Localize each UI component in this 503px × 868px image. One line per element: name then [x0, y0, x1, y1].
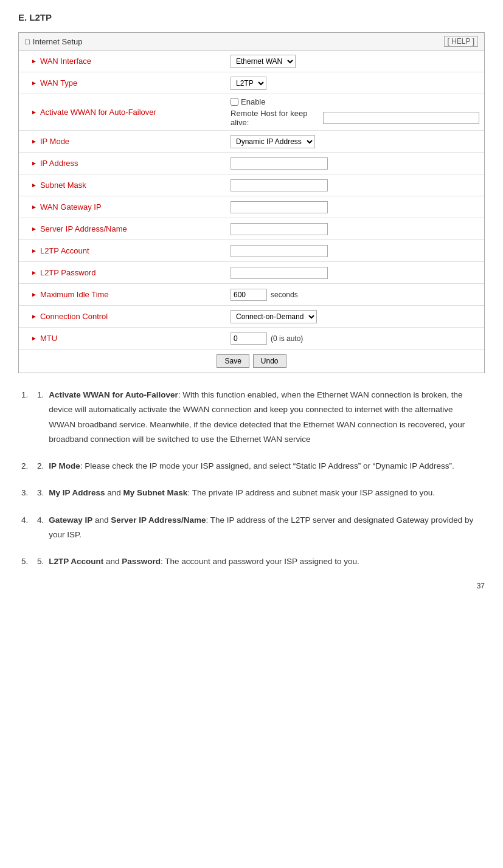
mtu-input[interactable] — [231, 332, 267, 345]
subnet-mask-control — [226, 176, 484, 195]
connection-control-label: ► Connection Control — [19, 308, 226, 325]
wan-interface-control: Ethernet WAN — [226, 52, 484, 71]
desc-item-4-content: Gateway IP and Server IP Address/Name: T… — [49, 513, 482, 543]
wwan-remote-row: Remote Host for keep alive: — [231, 109, 479, 127]
wan-type-select[interactable]: L2TP — [231, 77, 266, 90]
idle-seconds-label: seconds — [271, 291, 298, 299]
wwan-label-text: Activate WWAN for Auto-Failover — [40, 108, 156, 117]
wan-type-control: L2TP — [226, 74, 484, 93]
wan-interface-label-text: WAN Interface — [40, 57, 91, 66]
desc-item-1-number: 1. — [37, 388, 44, 447]
box-header-icon: □ — [25, 37, 30, 46]
description-list: 1. Activate WWAN for Auto-Failover: With… — [21, 388, 482, 570]
wan-gateway-control — [226, 198, 484, 216]
desc-item-5-bold1: L2TP Account — [49, 557, 103, 566]
arrow-icon: ► — [31, 80, 37, 86]
mtu-label-text: MTU — [40, 334, 57, 343]
desc-item-3-number: 3. — [37, 486, 44, 500]
save-button[interactable]: Save — [217, 354, 249, 368]
wwan-enable-row: Enable — [231, 97, 265, 106]
desc-item-3: 3. My IP Address and My Subnet Mask: The… — [21, 486, 482, 500]
mtu-label: ► MTU — [19, 330, 226, 346]
wwan-enable-label: Enable — [241, 97, 265, 106]
desc-item-4-bold2: Server IP Address/Name — [111, 515, 206, 525]
l2tp-account-control — [226, 242, 484, 260]
desc-item-2-content: IP Mode: Please check the IP mode your I… — [49, 459, 454, 474]
arrow-icon: ► — [31, 160, 37, 167]
wan-type-label-text: WAN Type — [40, 78, 77, 88]
desc-item-5-bold2: Password — [122, 557, 161, 566]
save-undo-container: Save Undo — [19, 350, 484, 373]
wwan-enable-checkbox[interactable] — [231, 98, 238, 106]
desc-item-1: 1. Activate WWAN for Auto-Failover: With… — [21, 388, 482, 447]
wwan-label: ► Activate WWAN for Auto-Failover — [19, 104, 226, 120]
server-ip-label-text: Server IP Address/Name — [40, 224, 127, 233]
server-ip-label: ► Server IP Address/Name — [19, 221, 226, 237]
l2tp-password-row: ► L2TP Password — [19, 262, 484, 284]
wwan-row: ► Activate WWAN for Auto-Failover Enable… — [19, 94, 484, 131]
desc-item-2-number: 2. — [37, 459, 44, 474]
ip-address-label-text: IP Address — [40, 159, 78, 168]
arrow-icon: ► — [31, 335, 37, 342]
ip-mode-label-text: IP Mode — [40, 137, 69, 146]
mtu-control: (0 is auto) — [226, 329, 484, 348]
wan-type-label: ► WAN Type — [19, 75, 226, 91]
desc-item-2-bold: IP Mode — [49, 461, 80, 470]
undo-button[interactable]: Undo — [253, 354, 286, 368]
server-ip-control — [226, 220, 484, 238]
mtu-row: ► MTU (0 is auto) — [19, 328, 484, 350]
desc-item-2: 2. IP Mode: Please check the IP mode you… — [21, 459, 482, 474]
description-section: 1. Activate WWAN for Auto-Failover: With… — [18, 388, 485, 570]
arrow-icon: ► — [31, 182, 37, 188]
page-title: E. L2TP — [18, 12, 485, 22]
desc-item-5-number: 5. — [37, 554, 44, 569]
arrow-icon: ► — [31, 291, 37, 298]
l2tp-password-label-text: L2TP Password — [40, 268, 96, 277]
l2tp-password-label: ► L2TP Password — [19, 264, 226, 281]
desc-item-3-bold1: My IP Address — [49, 488, 105, 497]
wan-interface-select[interactable]: Ethernet WAN — [231, 55, 296, 68]
subnet-mask-label: ► Subnet Mask — [19, 177, 226, 193]
arrow-icon: ► — [31, 269, 37, 276]
internet-setup-box: □ Internet Setup [ HELP ] ► WAN Interfac… — [18, 32, 485, 373]
l2tp-account-input[interactable] — [231, 245, 328, 257]
desc-item-1-content: Activate WWAN for Auto-Failover: With th… — [49, 388, 482, 447]
idle-time-input[interactable] — [231, 289, 267, 301]
l2tp-account-row: ► L2TP Account — [19, 240, 484, 262]
remote-host-input[interactable] — [323, 112, 479, 124]
desc-item-3-bold2: My Subnet Mask — [123, 488, 188, 497]
wan-gateway-input[interactable] — [231, 201, 328, 213]
arrow-icon: ► — [31, 204, 37, 210]
idle-time-label: ► Maximum Idle Time — [19, 286, 226, 303]
ip-address-input[interactable] — [231, 157, 328, 170]
desc-item-4: 4. Gateway IP and Server IP Address/Name… — [21, 513, 482, 543]
ip-address-control — [226, 154, 484, 173]
remote-host-label: Remote Host for keep alive: — [231, 109, 319, 127]
l2tp-password-input[interactable] — [231, 267, 328, 279]
save-undo-row: Save Undo — [19, 350, 484, 373]
wan-gateway-label-text: WAN Gateway IP — [40, 202, 102, 212]
connection-control-label-text: Connection Control — [40, 312, 108, 321]
help-button[interactable]: [ HELP ] — [444, 36, 478, 47]
wwan-control: Enable Remote Host for keep alive: — [226, 94, 484, 130]
l2tp-password-control — [226, 264, 484, 282]
desc-item-5-content: L2TP Account and Password: The account a… — [49, 554, 359, 569]
desc-item-4-number: 4. — [37, 513, 44, 543]
wan-gateway-label: ► WAN Gateway IP — [19, 199, 226, 215]
l2tp-account-label-text: L2TP Account — [40, 246, 89, 255]
ip-mode-control: Dynamic IP Address Static IP Address — [226, 132, 484, 151]
server-ip-row: ► Server IP Address/Name — [19, 218, 484, 240]
desc-item-3-content: My IP Address and My Subnet Mask: The pr… — [49, 486, 435, 500]
desc-item-1-bold: Activate WWAN for Auto-Failover — [49, 390, 178, 399]
arrow-icon: ► — [31, 58, 37, 64]
subnet-mask-input[interactable] — [231, 179, 328, 191]
ip-mode-row: ► IP Mode Dynamic IP Address Static IP A… — [19, 131, 484, 153]
connection-control-select[interactable]: Connect-on-Demand Always-on Manual — [231, 310, 317, 323]
connection-control-control: Connect-on-Demand Always-on Manual — [226, 307, 484, 326]
connection-control-row: ► Connection Control Connect-on-Demand A… — [19, 306, 484, 328]
desc-item-4-bold1: Gateway IP — [49, 515, 92, 525]
ip-mode-select[interactable]: Dynamic IP Address Static IP Address — [231, 135, 315, 148]
arrow-icon: ► — [31, 247, 37, 254]
box-header-title: □ Internet Setup — [25, 37, 83, 46]
server-ip-input[interactable] — [231, 223, 328, 235]
